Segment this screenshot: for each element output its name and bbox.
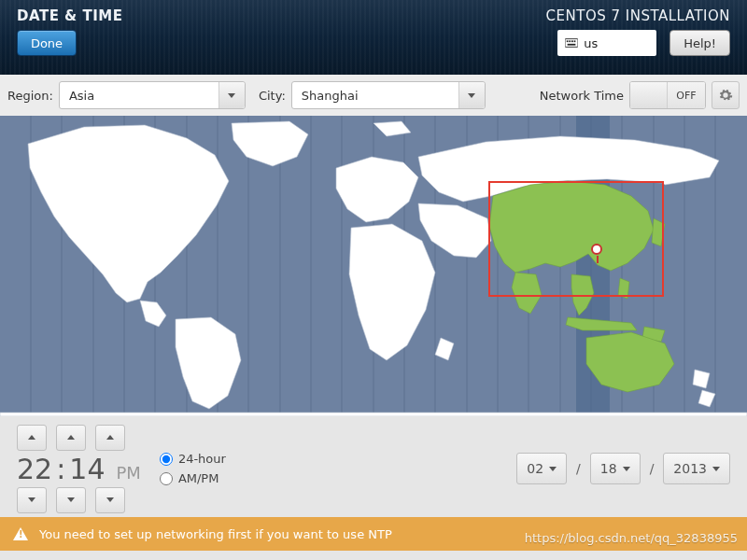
- city-value: Shanghai: [292, 89, 368, 103]
- chevron-down-icon: [712, 467, 720, 471]
- keyboard-icon: [565, 38, 578, 48]
- warning-text: You need to set up networking first if y…: [39, 527, 392, 541]
- world-map[interactable]: [0, 116, 747, 416]
- city-combobox[interactable]: Shanghai: [291, 81, 486, 109]
- region-label: Region:: [7, 89, 53, 103]
- minute-down-button[interactable]: [56, 487, 86, 513]
- chevron-down-icon: [67, 497, 75, 502]
- month-dropdown[interactable]: 02: [516, 453, 567, 484]
- chevron-down-icon: [623, 467, 630, 471]
- time-date-panel: 22 : 14 PM 24-hour AM/PM 02 / 18: [0, 416, 747, 517]
- time-separator: :: [56, 453, 65, 485]
- year-dropdown[interactable]: 2013: [663, 453, 730, 484]
- radio-ampm[interactable]: AM/PM: [160, 471, 226, 485]
- svg-rect-2: [570, 40, 571, 42]
- time-stepper-block: 22 : 14 PM: [17, 425, 141, 513]
- day-dropdown[interactable]: 18: [590, 453, 641, 484]
- selector-row: Region: Asia City: Shanghai Network Time…: [0, 75, 747, 116]
- chevron-down-icon: [28, 497, 35, 502]
- radio-24hour[interactable]: 24-hour: [160, 452, 226, 466]
- time-display: 22 : 14 PM: [17, 453, 141, 485]
- radio-ampm-label: AM/PM: [178, 471, 219, 485]
- date-selector: 02 / 18 / 2013: [516, 453, 730, 484]
- chevron-down-icon: [468, 93, 475, 98]
- page-title: DATE & TIME: [17, 7, 122, 24]
- region-value: Asia: [60, 89, 104, 103]
- radio-24hour-label: 24-hour: [178, 452, 226, 466]
- month-value: 02: [527, 461, 543, 476]
- radio-24hour-input[interactable]: [160, 453, 173, 466]
- radio-ampm-input[interactable]: [160, 472, 173, 485]
- hour-down-button[interactable]: [17, 487, 47, 513]
- svg-rect-4: [574, 40, 576, 42]
- warning-bar: You need to set up networking first if y…: [0, 517, 747, 551]
- day-value: 18: [600, 461, 617, 476]
- chevron-down-icon: [228, 93, 235, 98]
- network-time-label: Network Time: [540, 89, 624, 103]
- ampm-down-button[interactable]: [95, 487, 125, 513]
- watermark-text: https://blog.csdn.net/qq_32838955: [525, 531, 738, 545]
- city-label: City:: [259, 89, 286, 103]
- gear-icon: [718, 88, 733, 103]
- year-value: 2013: [673, 461, 707, 476]
- header-left: DATE & TIME Done: [17, 7, 122, 65]
- chevron-up-icon: [28, 435, 35, 440]
- network-time-toggle[interactable]: OFF: [629, 81, 706, 109]
- time-format-group: 24-hour AM/PM: [160, 452, 226, 485]
- date-separator: /: [650, 461, 655, 476]
- ntp-settings-button[interactable]: [712, 81, 740, 109]
- ampm-value: PM: [116, 463, 140, 483]
- toggle-state: OFF: [668, 82, 705, 108]
- chevron-down-icon: [106, 497, 114, 502]
- warning-icon: [13, 527, 28, 540]
- hour-value: 22: [17, 453, 52, 485]
- svg-rect-3: [571, 40, 573, 42]
- date-separator: /: [576, 461, 581, 476]
- svg-rect-5: [568, 44, 576, 46]
- world-map-svg: [0, 116, 747, 416]
- chevron-up-icon: [67, 435, 75, 440]
- svg-rect-0: [565, 39, 578, 48]
- help-button[interactable]: Help!: [669, 30, 730, 56]
- city-dropdown-button[interactable]: [458, 82, 485, 108]
- done-button[interactable]: Done: [17, 30, 77, 56]
- chevron-down-icon: [549, 467, 557, 471]
- svg-rect-1: [567, 40, 569, 42]
- chevron-up-icon: [106, 435, 114, 440]
- header-right: CENTOS 7 INSTALLATION us Help!: [546, 7, 730, 65]
- region-combobox[interactable]: Asia: [59, 81, 246, 109]
- region-dropdown-button[interactable]: [218, 82, 245, 108]
- installer-title: CENTOS 7 INSTALLATION: [546, 7, 730, 24]
- hour-up-button[interactable]: [17, 425, 47, 451]
- keyboard-layout-indicator[interactable]: us: [557, 30, 656, 56]
- header-bar: DATE & TIME Done CENTOS 7 INSTALLATION u…: [0, 0, 747, 75]
- toggle-knob: [630, 82, 668, 108]
- keyboard-layout-text: us: [584, 36, 598, 50]
- minute-up-button[interactable]: [56, 425, 86, 451]
- minute-value: 14: [69, 453, 105, 485]
- header-right-row: us Help!: [557, 30, 730, 56]
- city-pin-icon: [591, 244, 602, 255]
- ampm-up-button[interactable]: [95, 425, 125, 451]
